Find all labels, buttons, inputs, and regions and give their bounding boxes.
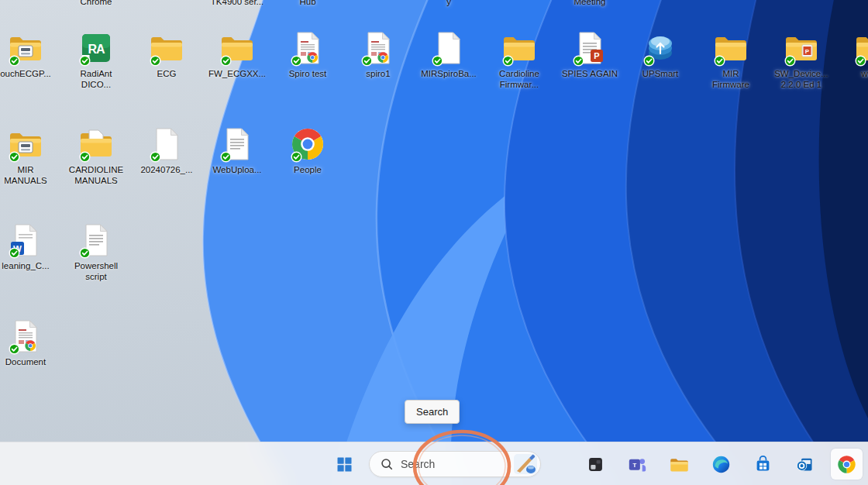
desktop-icon-label-cutoff[interactable]: Hub <box>273 0 343 6</box>
sync-check-badge <box>150 152 160 162</box>
search-placeholder: Search <box>401 458 514 470</box>
sync-check-badge <box>291 152 301 162</box>
chrome-icon <box>836 454 857 475</box>
desktop-icon[interactable]: WebUploa... <box>202 126 272 175</box>
outlook-taskbar-button[interactable] <box>789 449 821 480</box>
microsoft-store-icon <box>753 454 773 475</box>
desktop-icon-label: Document <box>0 356 63 367</box>
start-button[interactable] <box>329 449 360 480</box>
folder-ppt-icon: P <box>783 29 820 67</box>
sync-check-badge <box>9 152 19 162</box>
desktop-icon-label: Spiro test <box>270 68 345 79</box>
desktop-icon-label: UPSmart <box>623 68 698 79</box>
desktop-icon-label-cutoff[interactable]: y <box>414 0 484 6</box>
sync-check-badge <box>9 248 19 258</box>
desktop-icon[interactable]: MIR MANUALS <box>0 126 60 186</box>
edge-taskbar-button[interactable] <box>705 449 737 480</box>
taskbar-search-box[interactable]: Search <box>369 451 541 477</box>
sync-check-badge <box>9 56 19 66</box>
desktop-icon[interactable]: PSPIES AGAIN <box>555 29 625 79</box>
teams-taskbar-button[interactable]: T <box>622 449 653 480</box>
svg-text:T: T <box>632 462 636 469</box>
doc-chrome-icon <box>360 29 397 67</box>
desktop-icon-label: WebUploa... <box>200 164 274 175</box>
desktop-icon[interactable]: ouchECGP... <box>0 29 60 79</box>
desktop-icon[interactable]: Powershell script <box>61 222 131 282</box>
desktop-icon-label: SW_Device... 2.2.0 Ed 1 <box>764 68 839 90</box>
desktop-icon[interactable]: Wleaning_C... <box>0 222 60 271</box>
desktop-icon[interactable]: Cardioline Firmwar... <box>484 29 554 90</box>
desktop-icon[interactable]: CARDIOLINE MANUALS <box>61 126 131 186</box>
desktop-icon-label: Cardioline Firmwar... <box>482 68 556 90</box>
search-tooltip-text: Search <box>416 406 448 418</box>
chrome-icon <box>289 126 326 163</box>
desktop-icon[interactable]: Document <box>0 318 60 367</box>
dark-app-taskbar-button[interactable] <box>580 449 611 480</box>
desktop-icon-label: MIRSpiroBa... <box>412 68 486 79</box>
sync-check-badge <box>221 56 231 66</box>
taskbar-app-icons: T <box>580 449 863 480</box>
doc-lines-icon <box>78 222 115 259</box>
desktop-icon-label: SPIES AGAIN <box>553 68 627 79</box>
desktop-icon-label: ouchECGP... <box>0 68 63 79</box>
desktop-icon[interactable]: PSW_Device... 2.2.0 Ed 1 <box>766 29 836 90</box>
desktop-icon[interactable]: MIRSpiroBa... <box>414 29 484 79</box>
desktop-icon-label: CARDIOLINE MANUALS <box>59 164 133 186</box>
desktop-icon-label: spiro1 <box>341 68 415 79</box>
folder-device-icon <box>7 126 44 163</box>
desktop-icon[interactable]: Spiro test <box>273 29 343 79</box>
sync-check-badge <box>80 152 90 162</box>
outlook-icon <box>794 454 815 475</box>
desktop-icon[interactable]: People <box>273 126 343 175</box>
doc-chrome-icon <box>7 318 44 355</box>
desktop-icon[interactable]: ECG <box>132 29 202 79</box>
doc-icon <box>148 126 185 163</box>
sync-check-badge <box>291 56 301 66</box>
doc-lines-icon <box>219 126 256 163</box>
sync-check-badge <box>715 56 725 66</box>
desktop-icon-label: ECG <box>129 68 204 79</box>
folder-icon <box>712 29 749 67</box>
svg-text:RA: RA <box>88 43 105 56</box>
microsoft-store-taskbar-button[interactable] <box>747 449 779 480</box>
teams-icon: T <box>627 454 648 475</box>
desktop-icon[interactable]: UPSmart <box>625 29 695 79</box>
doc-ppt-icon: P <box>571 29 608 67</box>
sync-check-badge <box>644 56 654 66</box>
desktop-icon-label: Powershell script <box>59 260 133 282</box>
sync-check-badge <box>80 248 90 258</box>
sync-check-badge <box>432 56 443 66</box>
edge-icon <box>711 454 732 475</box>
svg-text:P: P <box>594 51 599 60</box>
doc-icon <box>430 29 467 67</box>
sync-check-badge <box>150 56 160 66</box>
desktop-icon[interactable]: 20240726_... <box>132 126 202 175</box>
desktop-icon-label-cutoff[interactable]: Meeting <box>555 0 625 6</box>
desktop-icon[interactable]: spiro1 <box>343 29 413 79</box>
desktop-icon[interactable]: FW_ECGXX... <box>202 29 272 79</box>
desktop-icon-label-cutoff[interactable]: TK4900 ser... <box>202 0 272 6</box>
windows-logo-icon <box>334 454 355 475</box>
sync-check-badge <box>221 152 231 162</box>
desktop-icon-label: People <box>270 164 345 175</box>
search-tooltip: Search <box>405 400 460 424</box>
sync-check-badge <box>503 56 513 66</box>
desktop-icon-label: leaning_C... <box>0 260 63 271</box>
sync-check-badge <box>80 56 90 66</box>
desktop-icon[interactable]: MIR Firmware <box>696 29 766 90</box>
folder-device-icon <box>7 29 44 67</box>
doc-word-icon: W <box>7 222 44 259</box>
chrome-taskbar-button[interactable] <box>831 449 863 480</box>
desktop-icon-label: MIR MANUALS <box>0 164 63 186</box>
windows-desktop[interactable]: ouchECGP...RARadiAnt DICO...ECGFW_ECGXX.… <box>0 0 868 485</box>
file-explorer-taskbar-button[interactable] <box>663 449 695 480</box>
desktop-icon[interactable]: RARadiAnt DICO... <box>61 29 131 90</box>
desktop-icon-label-cutoff[interactable]: Chrome <box>61 0 131 6</box>
desktop-icon-label: win... <box>835 68 868 79</box>
desktop-icon-label: 20240726_... <box>129 164 204 175</box>
folder-icon <box>501 29 538 67</box>
desktop-icon[interactable]: win... <box>837 29 868 79</box>
folder-icon <box>219 29 256 67</box>
desktop-icon-label: MIR Firmware <box>694 68 768 90</box>
upsmart-icon <box>642 29 679 67</box>
